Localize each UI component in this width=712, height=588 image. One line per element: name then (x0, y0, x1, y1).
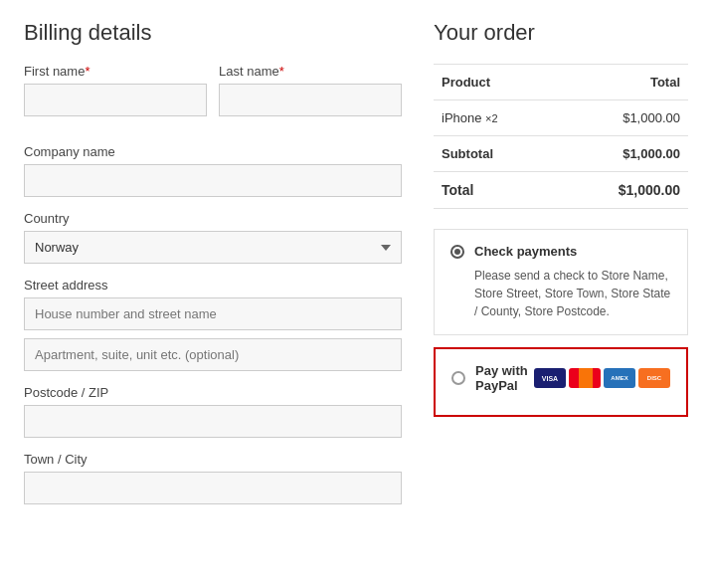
table-row: iPhone ×2 $1,000.00 (434, 100, 688, 136)
col-product: Product (434, 65, 556, 100)
country-group: Country Norway (24, 211, 402, 264)
first-name-input[interactable] (24, 84, 207, 116)
last-name-group: Last name* (219, 64, 402, 116)
country-label: Country (24, 211, 402, 226)
check-payment-description: Please send a check to Store Name, Store… (450, 267, 671, 320)
postcode-input[interactable] (24, 405, 402, 438)
order-table: Product Total iPhone ×2 $1,000.00 Subtot… (434, 64, 688, 209)
paypal-payment-option[interactable]: Pay with PayPal VISA AMEX DISC (434, 347, 688, 417)
town-group: Town / City (24, 452, 402, 504)
check-payment-option[interactable]: Check payments Please send a check to St… (434, 229, 688, 335)
company-name-group: Company name (24, 144, 402, 197)
product-name-cell: iPhone ×2 (434, 100, 556, 136)
street-address-label: Street address (24, 278, 402, 293)
subtotal-value: $1,000.00 (556, 136, 688, 172)
first-name-group: First name* (24, 64, 207, 116)
order-title: Your order (434, 20, 688, 46)
amex-icon: AMEX (604, 368, 635, 388)
town-label: Town / City (24, 452, 402, 467)
paypal-payment-label: Pay with PayPal (475, 363, 534, 393)
country-select[interactable]: Norway (24, 231, 402, 264)
product-price-cell: $1,000.00 (556, 100, 688, 136)
check-payment-label: Check payments (474, 244, 577, 259)
last-name-input[interactable] (219, 84, 402, 116)
last-name-label: Last name* (219, 64, 402, 79)
paypal-radio[interactable] (451, 371, 465, 385)
street-address-group: Street address (24, 278, 402, 371)
company-name-input[interactable] (24, 164, 402, 197)
total-label: Total (434, 172, 556, 209)
billing-title: Billing details (24, 20, 402, 46)
first-name-label: First name* (24, 64, 207, 79)
discover-icon: DISC (638, 368, 670, 388)
postcode-label: Postcode / ZIP (24, 385, 402, 400)
billing-section: Billing details First name* Last name* C… (24, 20, 402, 518)
street-address-input[interactable] (24, 297, 402, 330)
mastercard-icon (569, 368, 601, 388)
company-name-label: Company name (24, 144, 402, 159)
col-total: Total (556, 65, 688, 100)
total-row: Total $1,000.00 (434, 172, 688, 209)
total-value: $1,000.00 (556, 172, 688, 209)
order-section: Your order Product Total iPhone ×2 $1,00 (434, 20, 688, 518)
subtotal-label: Subtotal (434, 136, 556, 172)
town-input[interactable] (24, 472, 402, 504)
postcode-group: Postcode / ZIP (24, 385, 402, 438)
apt-input[interactable] (24, 338, 402, 371)
check-radio[interactable] (450, 245, 464, 259)
visa-icon: VISA (534, 368, 566, 388)
subtotal-row: Subtotal $1,000.00 (434, 136, 688, 172)
paypal-card-icons: VISA AMEX DISC (534, 368, 670, 388)
